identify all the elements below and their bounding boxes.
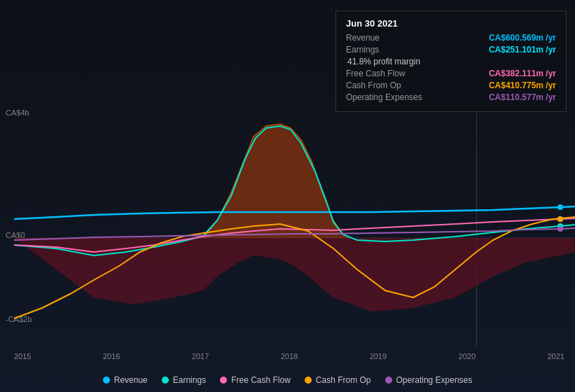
tooltip-revenue-row: Revenue CA$600.569m /yr — [346, 33, 556, 43]
chart-area — [0, 108, 575, 346]
legend-item-earnings[interactable]: Earnings — [162, 375, 206, 385]
legend-dot-earnings — [162, 377, 169, 384]
legend-dot-opex — [385, 377, 392, 384]
tooltip-cashfromop-row: Cash From Op CA$410.775m /yr — [346, 80, 556, 90]
legend-item-fcf[interactable]: Free Cash Flow — [220, 375, 291, 385]
x-label-2019: 2019 — [370, 352, 387, 360]
tooltip-fcf-value: CA$382.111m /yr — [489, 69, 556, 78]
tooltip-fcf-row: Free Cash Flow CA$382.111m /yr — [346, 69, 556, 78]
peak-fill-area — [203, 124, 350, 238]
legend-dot-revenue — [103, 377, 110, 384]
tooltip-opex-row: Operating Expenses CA$110.577m /yr — [346, 92, 556, 102]
legend-label-opex: Operating Expenses — [396, 375, 473, 385]
legend-dot-fcf — [220, 377, 227, 384]
legend-label-earnings: Earnings — [173, 375, 206, 385]
tooltip-revenue-label: Revenue — [346, 33, 437, 43]
legend-label-cashfromop: Cash From Op — [316, 375, 371, 385]
opex-dot — [557, 226, 563, 232]
legend-item-cashfromop[interactable]: Cash From Op — [305, 375, 371, 385]
legend-item-opex[interactable]: Operating Expenses — [385, 375, 473, 385]
chart-svg — [0, 108, 575, 346]
negative-fill-area — [14, 238, 575, 312]
x-label-2016: 2016 — [103, 352, 120, 360]
tooltip-fcf-label: Free Cash Flow — [346, 69, 437, 78]
x-label-2015: 2015 — [14, 352, 31, 360]
tooltip-earnings-value: CA$251.101m /yr — [489, 45, 556, 55]
x-label-2017: 2017 — [192, 352, 209, 360]
legend-dot-cashfromop — [305, 377, 312, 384]
tooltip-box: Jun 30 2021 Revenue CA$600.569m /yr Earn… — [335, 10, 567, 112]
legend-label-revenue: Revenue — [114, 375, 148, 385]
tooltip-profit-margin: 41.8% profit margin — [346, 57, 556, 66]
cashfromop-dot — [557, 216, 563, 222]
tooltip-cashfromop-label: Cash From Op — [346, 80, 437, 90]
legend-label-fcf: Free Cash Flow — [231, 375, 291, 385]
chart-legend: Revenue Earnings Free Cash Flow Cash Fro… — [0, 375, 575, 385]
x-label-2020: 2020 — [459, 352, 476, 360]
tooltip-date: Jun 30 2021 — [346, 18, 556, 29]
tooltip-earnings-row: Earnings CA$251.101m /yr — [346, 45, 556, 55]
revenue-dot — [557, 204, 563, 210]
tooltip-opex-value: CA$110.577m /yr — [489, 92, 556, 102]
legend-item-revenue[interactable]: Revenue — [103, 375, 148, 385]
x-axis-labels: 2015 2016 2017 2018 2019 2020 2021 — [14, 352, 575, 360]
x-label-2021: 2021 — [547, 352, 564, 360]
tooltip-cashfromop-value: CA$410.775m /yr — [489, 80, 556, 90]
tooltip-revenue-value: CA$600.569m /yr — [489, 33, 556, 43]
tooltip-opex-label: Operating Expenses — [346, 92, 437, 102]
chart-container: Jun 30 2021 Revenue CA$600.569m /yr Earn… — [0, 0, 575, 392]
x-label-2018: 2018 — [281, 352, 298, 360]
tooltip-earnings-label: Earnings — [346, 45, 437, 55]
